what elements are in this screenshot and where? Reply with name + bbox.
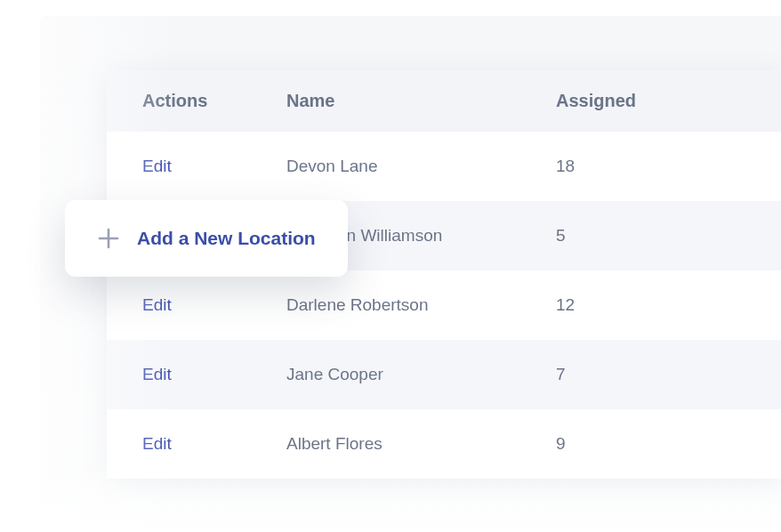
row-assigned: 9	[556, 434, 566, 453]
add-location-button[interactable]: Add a New Location	[65, 200, 348, 277]
edit-link[interactable]: Edit	[142, 365, 172, 383]
edit-link[interactable]: Edit	[142, 295, 172, 314]
table-body: Edit Devon Lane 18 Edit Cameron Williams…	[107, 132, 781, 479]
table-row: Edit Jane Cooper 7	[107, 340, 781, 409]
row-assigned: 5	[556, 226, 566, 245]
plus-icon	[97, 227, 120, 250]
edit-link[interactable]: Edit	[142, 434, 172, 453]
add-location-label: Add a New Location	[137, 228, 316, 249]
table-row: Edit Albert Flores 9	[107, 409, 781, 479]
row-assigned: 18	[556, 157, 575, 175]
column-header-assigned: Assigned	[556, 91, 781, 111]
table-row: Edit Devon Lane 18	[107, 132, 781, 201]
column-header-actions: Actions	[107, 91, 286, 111]
table-row: Edit Darlene Robertson 12	[107, 270, 781, 340]
table-header-row: Actions Name Assigned	[107, 70, 781, 132]
row-name: Devon Lane	[286, 157, 377, 175]
row-name: Jane Cooper	[286, 365, 383, 383]
row-name: Albert Flores	[286, 434, 382, 453]
row-assigned: 7	[556, 365, 566, 383]
row-assigned: 12	[556, 295, 575, 314]
row-name: Darlene Robertson	[286, 295, 428, 314]
edit-link[interactable]: Edit	[142, 157, 172, 175]
column-header-name: Name	[286, 91, 556, 111]
